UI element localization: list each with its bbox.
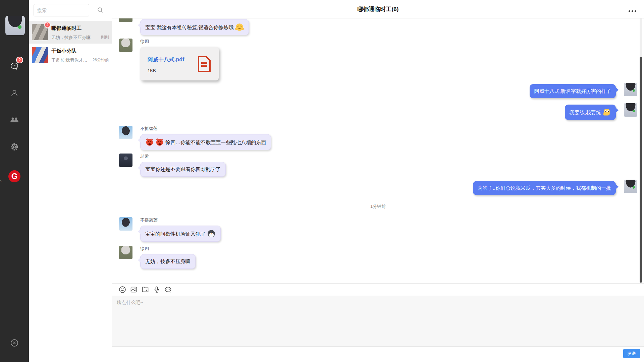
message-row: 宝宝 我这有本祖传秘笈,很适合你修炼哦 xyxy=(119,19,249,35)
message-avatar[interactable] xyxy=(624,180,637,193)
message-avatar[interactable] xyxy=(119,154,132,167)
more-dots-icon xyxy=(629,10,630,12)
sender-name: 不摇碧莲 xyxy=(140,217,221,223)
unread-badge: 2 xyxy=(44,22,51,28)
message-row: 不摇碧莲 徐四…你能不能不教宝宝一些乱七八糟的东西 xyxy=(119,126,271,150)
sender-name: 老孟 xyxy=(140,154,226,159)
hugging-face-emoji xyxy=(235,23,244,32)
chat-list-item[interactable]: 2哪都通临时工无妨，技多不压身嘛刚刚 xyxy=(29,21,112,44)
message-list: 宝宝 我这有本祖传秘笈,很适合你修炼哦 徐四阿威十八式.pdf1KB阿威十八式,… xyxy=(112,18,644,283)
voice-message-button[interactable] xyxy=(153,286,161,294)
message-avatar[interactable] xyxy=(119,126,132,139)
message-avatar[interactable] xyxy=(624,83,637,96)
chat-name: 干饭小分队 xyxy=(51,48,76,54)
sender-name: 徐四 xyxy=(140,39,219,44)
chat-preview: 王道长,我看你才… xyxy=(51,57,88,63)
message-bubble[interactable]: 阿威十八式,听名字就好厉害的样子 xyxy=(530,84,616,98)
search-input[interactable] xyxy=(34,4,89,16)
image-icon xyxy=(130,290,138,295)
message-row: 为啥子..你们总说我呆瓜，其实大多的时候，我都机制的一批 xyxy=(473,181,637,195)
message-bubble[interactable]: 宝宝的间歇性机智证又犯了 xyxy=(140,226,221,242)
chat-time: 刚刚 xyxy=(101,35,109,40)
user-avatar[interactable] xyxy=(5,16,25,35)
chat-list-panel: 2哪都通临时工无妨，技多不压身嘛刚刚干饭小分队王道长,我看你才…26分钟前 xyxy=(29,0,112,362)
file-message-card[interactable]: 阿威十八式.pdf1KB xyxy=(140,47,219,80)
nav-groups-button[interactable] xyxy=(0,113,29,128)
microphone-icon xyxy=(153,290,161,295)
send-button[interactable]: 发送 xyxy=(623,349,640,358)
gear-icon xyxy=(10,142,19,153)
chat-avatar: 2 xyxy=(32,24,48,40)
search-icon xyxy=(97,9,104,14)
message-row: 我要练,我要练 xyxy=(565,105,637,120)
chat-time: 26分钟前 xyxy=(93,57,109,63)
g-logo-icon: G xyxy=(8,170,20,182)
person-icon xyxy=(10,88,19,99)
message-bubble-dots-icon xyxy=(164,290,172,295)
nav-close-button[interactable] xyxy=(0,336,29,351)
message-bubble[interactable]: 宝宝你还是不要跟着你四哥乱学了 xyxy=(140,162,226,177)
group-people-icon xyxy=(9,115,19,126)
send-image-button[interactable] xyxy=(130,286,138,294)
nav-app-logo[interactable]: G xyxy=(0,169,29,184)
message-avatar[interactable] xyxy=(119,246,132,259)
message-row: 徐四无妨，技多不压身嘛 xyxy=(119,246,196,269)
sender-name: 不摇碧莲 xyxy=(140,126,271,131)
message-avatar[interactable] xyxy=(624,103,637,117)
nav-settings-button[interactable] xyxy=(0,140,29,155)
emoji-picker-button[interactable] xyxy=(118,286,126,294)
conversation-title: 哪都通临时工(6) xyxy=(358,5,399,13)
pdf-document-icon xyxy=(197,56,211,72)
collapse-arrow-icon[interactable]: › xyxy=(0,178,2,184)
chat-list: 2哪都通临时工无妨，技多不压身嘛刚刚干饭小分队王道长,我看你才…26分钟前 xyxy=(29,21,112,66)
more-menu-button[interactable] xyxy=(627,9,638,13)
chat-history-button[interactable] xyxy=(164,286,172,294)
folder-icon xyxy=(141,290,149,295)
scrollbar-thumb[interactable] xyxy=(640,57,642,283)
penguin-sticker-emoji xyxy=(207,229,216,238)
message-avatar[interactable] xyxy=(119,39,132,52)
message-bubble[interactable]: 徐四…你能不能不教宝宝一些乱七八糟的东西 xyxy=(140,134,271,150)
sender-name: 徐四 xyxy=(140,246,196,251)
nav-chats-button[interactable]: 2 xyxy=(0,60,29,74)
nav-contacts-button[interactable] xyxy=(0,86,29,101)
message-row: 阿威十八式,听名字就好厉害的样子 xyxy=(530,84,637,98)
message-bubble[interactable]: 为啥子..你们总说我呆瓜，其实大多的时候，我都机制的一批 xyxy=(473,181,616,195)
melting-face-emoji xyxy=(602,108,611,117)
message-avatar[interactable] xyxy=(119,217,132,231)
rage-face-emoji xyxy=(145,138,154,146)
message-input[interactable] xyxy=(112,296,644,346)
send-file-button[interactable] xyxy=(141,286,149,294)
send-row: 发送 xyxy=(112,346,644,362)
conversation-header: 哪都通临时工(6) xyxy=(112,0,644,18)
chat-preview: 无妨，技多不压身嘛 xyxy=(51,35,91,40)
smiley-icon xyxy=(118,290,126,295)
message-avatar[interactable] xyxy=(119,18,132,22)
search-button[interactable] xyxy=(96,6,104,14)
nav-rail: 2 xyxy=(0,0,29,362)
chats-unread-badge: 2 xyxy=(16,57,23,63)
chat-list-item[interactable]: 干饭小分队王道长,我看你才…26分钟前 xyxy=(29,44,112,66)
time-divider: 1分钟前 xyxy=(112,203,644,209)
conversation-panel: 哪都通临时工(6) 宝宝 我这有本祖传秘笈,很适合你修炼哦 徐四阿威十八式.pd… xyxy=(112,0,644,362)
message-row: 不摇碧莲宝宝的间歇性机智证又犯了 xyxy=(119,217,221,242)
chat-app-window: 2 xyxy=(0,0,644,362)
chat-name: 哪都通临时工 xyxy=(51,25,82,32)
message-row: 老孟宝宝你还是不要跟着你四哥乱学了 xyxy=(119,154,226,177)
chat-bubble-icon xyxy=(10,62,19,72)
search-bar xyxy=(29,0,112,21)
message-bubble[interactable]: 无妨，技多不压身嘛 xyxy=(140,254,196,269)
message-bubble[interactable]: 宝宝 我这有本祖传秘笈,很适合你修炼哦 xyxy=(140,19,249,35)
circle-x-icon xyxy=(10,338,19,349)
rage-face-emoji xyxy=(155,138,164,146)
composer-area xyxy=(112,296,644,346)
chat-avatar xyxy=(32,47,48,63)
composer-toolbar xyxy=(112,283,644,296)
message-row: 徐四阿威十八式.pdf1KB xyxy=(119,39,219,80)
message-bubble[interactable]: 我要练,我要练 xyxy=(565,105,616,120)
